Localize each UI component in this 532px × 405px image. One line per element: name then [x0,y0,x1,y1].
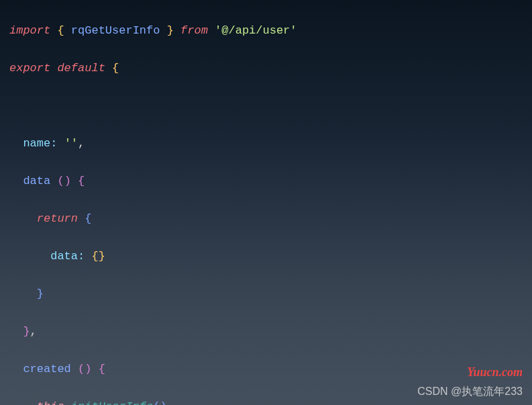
code-line: } [9,285,523,304]
brace: { [57,24,64,37]
keyword-default: default [57,62,105,75]
keyword-from: from [180,24,208,37]
watermark-author: CSDN @执笔流年233 [417,382,523,401]
keyword-import: import [9,24,50,37]
brace: } [37,287,44,300]
prop-data: data [23,175,50,187]
prop-name: name [23,137,50,150]
brace: } [167,24,174,37]
paren: ) [64,175,71,187]
code-line [9,97,523,116]
code-line: created () { [9,360,523,379]
brace: } [99,250,105,263]
code-line: import { rqGetUserInfo } from '@/api/use… [9,21,523,40]
watermark-site: Yuucn.com [467,363,523,381]
paren: ( [57,175,64,187]
paren: ( [153,400,160,405]
method-call: initUserInfo [71,400,153,405]
keyword-export: export [9,62,50,75]
brace: { [112,62,119,75]
brace: { [99,363,105,375]
prop-created: created [23,363,70,375]
string-literal: '' [64,137,78,150]
prop-data: data [50,250,78,263]
brace: { [85,212,91,225]
code-line: }, [9,322,523,341]
string-literal: '@/api/user' [215,24,297,37]
code-line: data: {} [9,247,523,266]
brace: { [78,175,85,187]
brace: { [91,250,98,263]
paren: ) [160,400,166,405]
keyword-this: this [37,400,64,405]
code-line: export default { [9,59,523,78]
code-line: data () { [9,172,523,191]
keyword-return: return [37,212,78,225]
brace: } [23,325,30,338]
code-line: name: '', [9,134,523,153]
identifier: rqGetUserInfo [71,24,160,37]
code-line: return { [9,210,523,228]
paren: ) [85,363,91,375]
code-block: import { rqGetUserInfo } from '@/api/use… [0,0,532,405]
paren: ( [78,363,85,375]
